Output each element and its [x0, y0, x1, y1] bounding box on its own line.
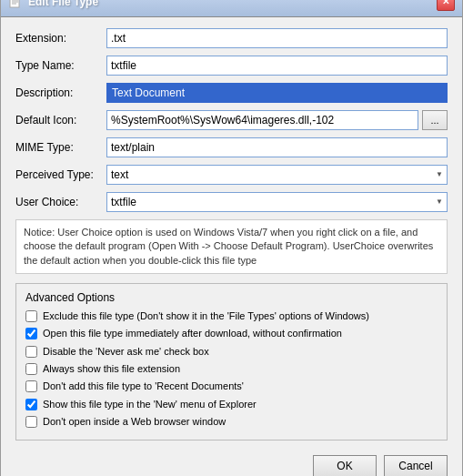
title-bar-left: Edit File Type	[8, 0, 98, 9]
ok-button[interactable]: OK	[313, 455, 377, 476]
cancel-button[interactable]: Cancel	[384, 455, 448, 476]
typename-input[interactable]	[106, 56, 448, 76]
perceived-dropdown[interactable]: text ▼	[106, 165, 448, 185]
mime-label: MIME Type:	[15, 141, 106, 154]
description-label: Description:	[15, 86, 106, 99]
checkbox-6[interactable]	[25, 416, 37, 428]
checkbox-label-5[interactable]: Show this file type in the 'New' menu of…	[43, 398, 257, 410]
user-choice-value: txtfile	[111, 196, 136, 208]
checkbox-0[interactable]	[25, 310, 37, 322]
notice-text: Notice: User Choice option is used on Wi…	[15, 219, 448, 274]
typename-label: Type Name:	[15, 59, 106, 72]
checkbox-row-6: Don't open inside a Web browser window	[25, 415, 438, 428]
checkbox-row-5: Show this file type in the 'New' menu of…	[25, 398, 438, 410]
user-choice-dropdown[interactable]: txtfile ▼	[106, 192, 448, 212]
dialog-content: Extension: Type Name: Description: Defau…	[1, 17, 462, 476]
perceived-value: text	[111, 168, 128, 181]
default-icon-field: ...	[106, 110, 448, 130]
edit-file-type-dialog: Edit File Type ✕ Extension: Type Name: D…	[0, 0, 463, 476]
checkbox-label-1[interactable]: Open this file type immediately after do…	[43, 327, 342, 339]
user-choice-row: User Choice: txtfile ▼	[15, 192, 448, 212]
perceived-dropdown-arrow: ▼	[436, 170, 443, 178]
checkbox-label-3[interactable]: Always show this file extension	[43, 362, 180, 375]
advanced-title: Advanced Options	[25, 291, 438, 304]
default-icon-label: Default Icon:	[15, 114, 106, 127]
checkbox-row-0: Exclude this file type (Don't show it in…	[25, 309, 438, 322]
default-icon-input[interactable]	[106, 110, 418, 130]
checkboxes-container: Exclude this file type (Don't show it in…	[25, 309, 438, 428]
extension-label: Extension:	[15, 32, 106, 45]
browse-button[interactable]: ...	[422, 110, 448, 130]
checkbox-label-2[interactable]: Disable the 'Never ask me' check box	[43, 345, 209, 358]
checkbox-row-3: Always show this file extension	[25, 362, 438, 375]
title-bar: Edit File Type ✕	[1, 0, 462, 17]
advanced-section: Advanced Options Exclude this file type …	[15, 283, 448, 441]
checkbox-label-4[interactable]: Don't add this file type to 'Recent Docu…	[43, 380, 244, 392]
perceived-label: Perceived Type:	[15, 168, 106, 181]
typename-row: Type Name:	[15, 56, 448, 76]
extension-input[interactable]	[106, 28, 448, 48]
checkbox-row-4: Don't add this file type to 'Recent Docu…	[25, 380, 438, 392]
checkbox-row-1: Open this file type immediately after do…	[25, 327, 438, 339]
buttons-row: OK Cancel	[15, 451, 448, 476]
checkbox-5[interactable]	[25, 399, 37, 410]
mime-input[interactable]	[106, 137, 448, 157]
mime-row: MIME Type:	[15, 137, 448, 157]
checkbox-label-6[interactable]: Don't open inside a Web browser window	[43, 415, 226, 428]
checkbox-1[interactable]	[25, 328, 37, 339]
description-input[interactable]	[106, 83, 448, 103]
checkbox-3[interactable]	[25, 363, 37, 375]
title-text: Edit File Type	[28, 0, 98, 8]
checkbox-2[interactable]	[25, 346, 37, 358]
close-button[interactable]: ✕	[437, 0, 455, 11]
description-row: Description:	[15, 83, 448, 103]
checkbox-row-2: Disable the 'Never ask me' check box	[25, 345, 438, 358]
dialog-icon	[8, 0, 23, 9]
user-choice-dropdown-arrow: ▼	[436, 197, 443, 206]
default-icon-row: Default Icon: ...	[15, 110, 448, 130]
extension-row: Extension:	[15, 28, 448, 48]
checkbox-label-0[interactable]: Exclude this file type (Don't show it in…	[43, 309, 369, 322]
user-choice-label: User Choice:	[15, 196, 106, 208]
checkbox-4[interactable]	[25, 380, 37, 392]
perceived-row: Perceived Type: text ▼	[15, 165, 448, 185]
